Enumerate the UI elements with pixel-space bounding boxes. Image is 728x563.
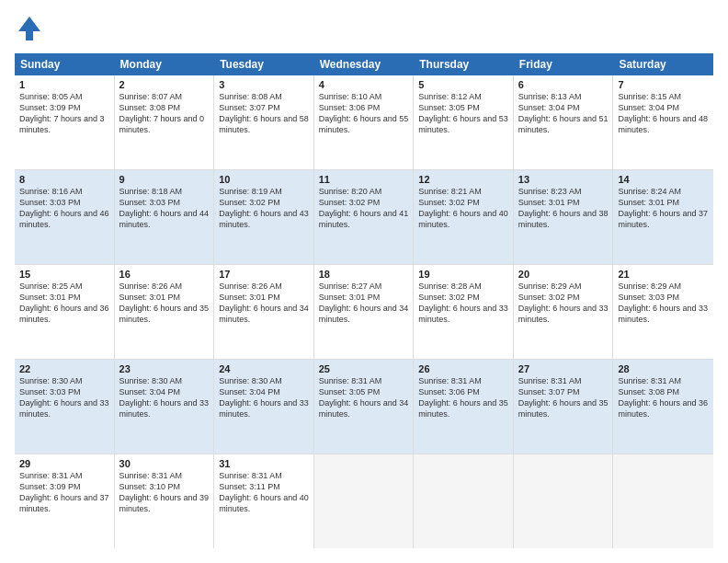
day-number: 24 — [219, 363, 309, 374]
day-number: 17 — [219, 269, 309, 280]
day-number: 12 — [418, 174, 508, 185]
calendar-cell: 26Sunrise: 8:31 AMSunset: 3:06 PMDayligh… — [414, 360, 514, 454]
day-info: Sunrise: 8:27 AMSunset: 3:01 PMDaylight:… — [319, 281, 409, 326]
calendar-cell — [514, 454, 614, 548]
day-info: Sunrise: 8:12 AMSunset: 3:05 PMDaylight:… — [418, 91, 508, 136]
day-number: 2 — [119, 79, 210, 90]
day-info: Sunrise: 8:24 AMSunset: 3:01 PMDaylight:… — [618, 186, 709, 231]
day-info: Sunrise: 8:23 AMSunset: 3:01 PMDaylight:… — [518, 186, 609, 231]
calendar-cell: 27Sunrise: 8:31 AMSunset: 3:07 PMDayligh… — [514, 360, 614, 454]
day-number: 16 — [119, 269, 210, 280]
day-info: Sunrise: 8:29 AMSunset: 3:03 PMDaylight:… — [618, 281, 709, 326]
day-info: Sunrise: 8:10 AMSunset: 3:06 PMDaylight:… — [319, 91, 409, 136]
day-number: 1 — [19, 79, 109, 90]
day-info: Sunrise: 8:31 AMSunset: 3:10 PMDaylight:… — [119, 470, 210, 515]
day-number: 13 — [518, 174, 609, 185]
weekday-header: Wednesday — [314, 53, 415, 75]
weekday-header: Tuesday — [214, 53, 314, 75]
day-info: Sunrise: 8:31 AMSunset: 3:06 PMDaylight:… — [418, 375, 508, 420]
day-info: Sunrise: 8:31 AMSunset: 3:09 PMDaylight:… — [19, 470, 109, 515]
calendar-cell — [314, 454, 415, 548]
calendar-cell: 11Sunrise: 8:20 AMSunset: 3:02 PMDayligh… — [314, 170, 415, 264]
header — [15, 15, 713, 44]
calendar-row: 8Sunrise: 8:16 AMSunset: 3:03 PMDaylight… — [15, 170, 713, 265]
svg-rect-1 — [26, 31, 33, 40]
calendar-cell: 10Sunrise: 8:19 AMSunset: 3:02 PMDayligh… — [214, 170, 314, 264]
day-info: Sunrise: 8:05 AMSunset: 3:09 PMDaylight:… — [19, 91, 109, 136]
day-number: 14 — [618, 174, 709, 185]
day-number: 15 — [19, 269, 109, 280]
day-info: Sunrise: 8:08 AMSunset: 3:07 PMDaylight:… — [219, 91, 309, 136]
day-number: 4 — [319, 79, 409, 90]
calendar-cell: 2Sunrise: 8:07 AMSunset: 3:08 PMDaylight… — [115, 75, 215, 169]
calendar-cell: 22Sunrise: 8:30 AMSunset: 3:03 PMDayligh… — [15, 360, 115, 454]
day-number: 22 — [19, 363, 109, 374]
day-info: Sunrise: 8:30 AMSunset: 3:03 PMDaylight:… — [19, 375, 109, 420]
day-info: Sunrise: 8:16 AMSunset: 3:03 PMDaylight:… — [19, 186, 109, 231]
calendar-row: 29Sunrise: 8:31 AMSunset: 3:09 PMDayligh… — [15, 454, 713, 548]
calendar-cell: 16Sunrise: 8:26 AMSunset: 3:01 PMDayligh… — [115, 265, 215, 359]
day-number: 29 — [19, 458, 109, 469]
calendar-cell: 30Sunrise: 8:31 AMSunset: 3:10 PMDayligh… — [115, 454, 215, 548]
day-number: 30 — [119, 458, 210, 469]
calendar-cell: 15Sunrise: 8:25 AMSunset: 3:01 PMDayligh… — [15, 265, 115, 359]
day-info: Sunrise: 8:15 AMSunset: 3:04 PMDaylight:… — [618, 91, 709, 136]
day-info: Sunrise: 8:30 AMSunset: 3:04 PMDaylight:… — [119, 375, 210, 420]
day-info: Sunrise: 8:29 AMSunset: 3:02 PMDaylight:… — [518, 281, 609, 326]
calendar-row: 22Sunrise: 8:30 AMSunset: 3:03 PMDayligh… — [15, 360, 713, 454]
logo — [15, 15, 48, 44]
day-number: 11 — [319, 174, 409, 185]
weekday-header: Thursday — [414, 53, 514, 75]
calendar-cell: 7Sunrise: 8:15 AMSunset: 3:04 PMDaylight… — [613, 75, 713, 169]
calendar-cell: 1Sunrise: 8:05 AMSunset: 3:09 PMDaylight… — [15, 75, 115, 169]
calendar-cell: 6Sunrise: 8:13 AMSunset: 3:04 PMDaylight… — [514, 75, 614, 169]
day-number: 9 — [119, 174, 210, 185]
day-number: 23 — [119, 363, 210, 374]
weekday-header: Monday — [115, 53, 215, 75]
day-info: Sunrise: 8:28 AMSunset: 3:02 PMDaylight:… — [418, 281, 508, 326]
day-info: Sunrise: 8:21 AMSunset: 3:02 PMDaylight:… — [418, 186, 508, 231]
calendar-cell — [414, 454, 514, 548]
day-info: Sunrise: 8:20 AMSunset: 3:02 PMDaylight:… — [319, 186, 409, 231]
calendar-cell: 3Sunrise: 8:08 AMSunset: 3:07 PMDaylight… — [214, 75, 314, 169]
day-info: Sunrise: 8:25 AMSunset: 3:01 PMDaylight:… — [19, 281, 109, 326]
calendar-cell: 23Sunrise: 8:30 AMSunset: 3:04 PMDayligh… — [115, 360, 215, 454]
day-number: 21 — [618, 269, 709, 280]
logo-icon — [15, 15, 44, 44]
day-info: Sunrise: 8:30 AMSunset: 3:04 PMDaylight:… — [219, 375, 309, 420]
calendar-cell: 20Sunrise: 8:29 AMSunset: 3:02 PMDayligh… — [514, 265, 614, 359]
calendar-row: 1Sunrise: 8:05 AMSunset: 3:09 PMDaylight… — [15, 75, 713, 170]
calendar-cell: 13Sunrise: 8:23 AMSunset: 3:01 PMDayligh… — [514, 170, 614, 264]
calendar-cell: 14Sunrise: 8:24 AMSunset: 3:01 PMDayligh… — [613, 170, 713, 264]
day-number: 8 — [19, 174, 109, 185]
calendar: SundayMondayTuesdayWednesdayThursdayFrid… — [15, 53, 713, 548]
svg-marker-0 — [18, 17, 40, 31]
day-number: 20 — [518, 269, 609, 280]
calendar-cell: 25Sunrise: 8:31 AMSunset: 3:05 PMDayligh… — [314, 360, 415, 454]
calendar-cell: 19Sunrise: 8:28 AMSunset: 3:02 PMDayligh… — [414, 265, 514, 359]
day-info: Sunrise: 8:18 AMSunset: 3:03 PMDaylight:… — [119, 186, 210, 231]
day-number: 19 — [418, 269, 508, 280]
calendar-cell: 17Sunrise: 8:26 AMSunset: 3:01 PMDayligh… — [214, 265, 314, 359]
day-number: 27 — [518, 363, 609, 374]
day-number: 25 — [319, 363, 409, 374]
calendar-cell: 24Sunrise: 8:30 AMSunset: 3:04 PMDayligh… — [214, 360, 314, 454]
day-info: Sunrise: 8:31 AMSunset: 3:05 PMDaylight:… — [319, 375, 409, 420]
calendar-cell: 21Sunrise: 8:29 AMSunset: 3:03 PMDayligh… — [613, 265, 713, 359]
day-number: 6 — [518, 79, 609, 90]
calendar-cell: 5Sunrise: 8:12 AMSunset: 3:05 PMDaylight… — [414, 75, 514, 169]
weekday-header: Sunday — [15, 53, 115, 75]
calendar-cell — [613, 454, 713, 548]
calendar-cell: 29Sunrise: 8:31 AMSunset: 3:09 PMDayligh… — [15, 454, 115, 548]
day-number: 18 — [319, 269, 409, 280]
calendar-cell: 12Sunrise: 8:21 AMSunset: 3:02 PMDayligh… — [414, 170, 514, 264]
calendar-row: 15Sunrise: 8:25 AMSunset: 3:01 PMDayligh… — [15, 265, 713, 360]
day-number: 26 — [418, 363, 508, 374]
day-info: Sunrise: 8:31 AMSunset: 3:11 PMDaylight:… — [219, 470, 309, 515]
weekday-header: Saturday — [613, 53, 713, 75]
day-number: 3 — [219, 79, 309, 90]
calendar-cell: 4Sunrise: 8:10 AMSunset: 3:06 PMDaylight… — [314, 75, 415, 169]
day-number: 5 — [418, 79, 508, 90]
calendar-header: SundayMondayTuesdayWednesdayThursdayFrid… — [15, 53, 713, 75]
day-info: Sunrise: 8:19 AMSunset: 3:02 PMDaylight:… — [219, 186, 309, 231]
